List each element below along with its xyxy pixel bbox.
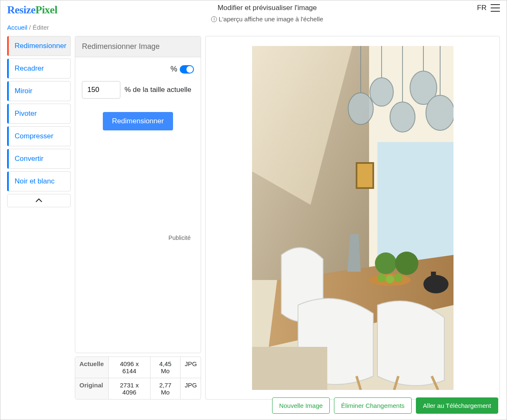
sidebar-item-convert[interactable]: Convertir: [7, 149, 71, 169]
percent-toggle-label: %: [171, 65, 177, 74]
svg-rect-14: [357, 163, 373, 188]
sidebar-item-rotate[interactable]: Pivoter: [7, 104, 71, 124]
svg-point-20: [394, 274, 403, 282]
sidebar-item-compress[interactable]: Compresser: [7, 126, 71, 146]
svg-point-9: [390, 102, 415, 132]
info-size: 4,45 Mo: [150, 357, 181, 378]
collapse-sidebar-button[interactable]: [7, 194, 71, 207]
svg-point-13: [426, 95, 453, 130]
sidebar-item-crop[interactable]: Recadrer: [7, 59, 71, 79]
chevron-up-icon: [36, 199, 42, 203]
ad-label: Publicité: [82, 234, 194, 241]
new-image-button[interactable]: Nouvelle Image: [272, 397, 330, 414]
table-row: Original 2731 x 4096 2,77 Mo JPG: [75, 378, 201, 399]
info-fmt: JPG: [181, 357, 201, 378]
info-dims: 4096 x 6144: [109, 357, 150, 378]
page-title: Modifier et prévisualiser l'image: [57, 4, 477, 12]
svg-point-7: [370, 78, 393, 106]
svg-point-15: [375, 252, 397, 274]
svg-rect-27: [252, 347, 327, 390]
breadcrumb-current: Éditer: [33, 24, 49, 31]
table-row: Actuelle 4096 x 6144 4,45 Mo JPG: [75, 357, 201, 378]
sidebar: Redimensionner Recadrer Miroir Pivoter C…: [7, 36, 71, 400]
resize-button[interactable]: Redimensionner: [103, 112, 173, 130]
info-icon: i: [211, 16, 217, 22]
percent-suffix: % de la taille actuelle: [125, 86, 191, 94]
sidebar-item-resize[interactable]: Redimensionner: [7, 36, 71, 56]
hamburger-menu-icon[interactable]: [491, 4, 500, 12]
breadcrumb: Accueil / Éditer: [0, 24, 507, 36]
image-info-table: Actuelle 4096 x 6144 4,45 Mo JPG Origina…: [75, 356, 201, 400]
breadcrumb-home[interactable]: Accueil: [7, 24, 27, 31]
svg-point-5: [348, 93, 373, 125]
discard-changes-button[interactable]: Éliminer Changements: [334, 397, 412, 414]
lang-selector[interactable]: FR: [477, 4, 487, 12]
percent-toggle[interactable]: [180, 65, 194, 74]
info-label: Original: [75, 378, 109, 399]
info-label: Actuelle: [75, 357, 109, 378]
info-fmt: JPG: [181, 378, 201, 399]
svg-point-16: [395, 252, 418, 275]
svg-point-18: [377, 274, 386, 282]
preview-image: [252, 46, 453, 390]
page-subtitle: L'aperçu affiche une image à l'échelle: [219, 15, 323, 23]
sidebar-item-bw[interactable]: Noir et blanc: [7, 171, 71, 191]
panel-title: Redimensionner Image: [75, 36, 201, 57]
svg-point-21: [423, 275, 448, 293]
image-preview: [205, 36, 500, 400]
logo[interactable]: ResizePixel: [7, 4, 57, 16]
info-size: 2,77 Mo: [150, 378, 181, 399]
download-button[interactable]: Aller au Téléchargement: [416, 397, 498, 414]
svg-point-19: [386, 275, 394, 283]
svg-rect-22: [431, 272, 436, 277]
percent-input[interactable]: [82, 81, 120, 99]
sidebar-item-mirror[interactable]: Miroir: [7, 81, 71, 101]
logo-part-a: Resize: [7, 4, 36, 16]
logo-part-b: Pixel: [36, 4, 57, 16]
info-dims: 2731 x 4096: [109, 378, 150, 399]
